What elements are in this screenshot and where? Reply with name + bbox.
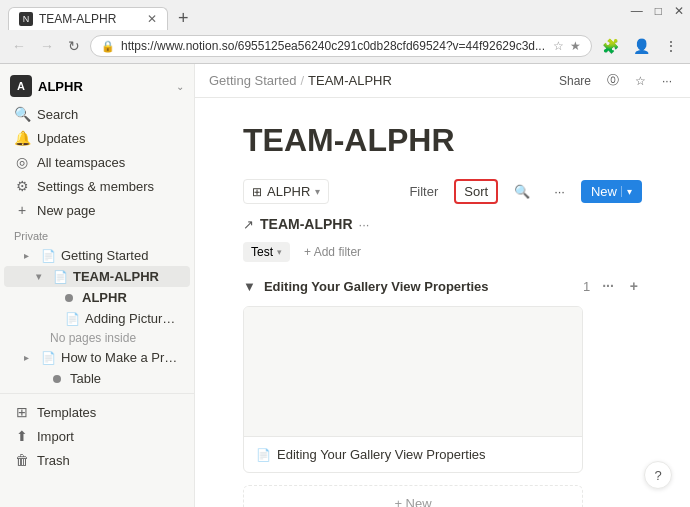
team-alphr-label: TEAM-ALPHR [73, 269, 180, 284]
card-title: Editing Your Gallery View Properties [277, 447, 486, 462]
filter-tag-test[interactable]: Test ▾ [243, 242, 290, 262]
maximize-button[interactable]: □ [649, 4, 668, 18]
tab-close-button[interactable]: ✕ [147, 12, 157, 26]
breadcrumb-parent[interactable]: Getting Started [209, 73, 296, 88]
active-tab[interactable]: N TEAM-ALPHR ✕ [8, 7, 168, 30]
tree-item-alphr[interactable]: ALPHR [4, 287, 190, 308]
sidebar-item-search[interactable]: 🔍 Search [4, 102, 190, 126]
profile-button[interactable]: 👤 [629, 36, 654, 56]
import-icon: ⬆ [14, 428, 30, 444]
sidebar-item-trash[interactable]: 🗑 Trash [4, 448, 190, 472]
breadcrumb: Getting Started / TEAM-ALPHR [209, 73, 547, 88]
teamspaces-icon: ◎ [14, 154, 30, 170]
gallery-count: 1 [583, 279, 590, 294]
templates-icon: ⊞ [14, 404, 30, 420]
record-title[interactable]: TEAM-ALPHR [260, 216, 353, 232]
sidebar-settings-label: Settings & members [37, 179, 180, 194]
add-filter-button[interactable]: + Add filter [298, 242, 367, 262]
table-label: Table [70, 371, 180, 386]
filter-tag-label: Test [251, 245, 273, 259]
team-alphr-chevron-icon: ▾ [36, 271, 48, 282]
gallery-more-icon[interactable]: ··· [598, 276, 618, 296]
no-pages-label: No pages inside [0, 329, 194, 347]
search-db-button[interactable]: 🔍 [506, 180, 538, 203]
sidebar-item-templates[interactable]: ⊞ Templates [4, 400, 190, 424]
filter-button[interactable]: Filter [401, 180, 446, 203]
adding-pictures-label: Adding Pictures to Yo... [85, 311, 180, 326]
tree-item-adding-pictures[interactable]: 📄 Adding Pictures to Yo... [4, 308, 190, 329]
topbar-more-icon[interactable]: ··· [658, 72, 676, 90]
new-row-button[interactable]: + New [243, 485, 583, 507]
sort-button[interactable]: Sort [454, 179, 498, 204]
updates-icon: 🔔 [14, 130, 30, 146]
star-icon[interactable]: ☆ [631, 72, 650, 90]
extensions-button[interactable]: 🧩 [598, 36, 623, 56]
sidebar-item-teamspaces[interactable]: ◎ All teamspaces [4, 150, 190, 174]
sidebar: A ALPHR ⌄ 🔍 Search 🔔 Updates ◎ All teams… [0, 64, 195, 507]
reload-button[interactable]: ↻ [64, 36, 84, 56]
tree-item-getting-started[interactable]: ▸ 📄 Getting Started [4, 245, 190, 266]
sidebar-item-settings[interactable]: ⚙ Settings & members [4, 174, 190, 198]
db-more-button[interactable]: ··· [546, 180, 573, 203]
gallery-collapse-icon[interactable]: ▼ [243, 279, 256, 294]
page-content: TEAM-ALPHR ⊞ ALPHR ▾ Filter Sort 🔍 ··· N… [195, 98, 690, 507]
url-bar[interactable]: 🔒 https://www.notion.so/6955125ea56240c2… [90, 35, 592, 57]
forward-button[interactable]: → [36, 36, 58, 56]
filter-tag-chevron-icon: ▾ [277, 247, 282, 257]
db-view-button[interactable]: ⊞ ALPHR ▾ [243, 179, 329, 204]
sidebar-teamspaces-label: All teamspaces [37, 155, 180, 170]
card-page-icon: 📄 [256, 448, 271, 462]
back-button[interactable]: ← [8, 36, 30, 56]
address-bar: ← → ↻ 🔒 https://www.notion.so/6955125ea5… [0, 31, 690, 63]
tree-item-table[interactable]: Table [4, 368, 190, 389]
share-button[interactable]: Share [555, 72, 595, 90]
lock-icon: 🔒 [101, 40, 115, 53]
tab-title: TEAM-ALPHR [39, 12, 141, 26]
url-text: https://www.notion.so/6955125ea56240c291… [121, 39, 547, 53]
record-more-icon[interactable]: ··· [359, 217, 370, 232]
table-dot-icon [53, 375, 61, 383]
extension-icon[interactable]: ★ [570, 39, 581, 53]
help-button[interactable]: ? [644, 461, 672, 489]
close-button[interactable]: ✕ [668, 4, 690, 18]
minimize-button[interactable]: — [625, 4, 649, 18]
tab-bar: N TEAM-ALPHR ✕ + — □ ✕ [0, 0, 690, 31]
gallery-add-icon[interactable]: + [626, 276, 642, 296]
workspace-chevron-icon: ⌄ [176, 81, 184, 92]
topbar: Getting Started / TEAM-ALPHR Share ⓪ ☆ ·… [195, 64, 690, 98]
new-tab-button[interactable]: + [172, 6, 195, 31]
sidebar-import-label: Import [37, 429, 180, 444]
how-to-make-page-icon: 📄 [41, 351, 56, 365]
breadcrumb-current: TEAM-ALPHR [308, 73, 392, 88]
page-title: TEAM-ALPHR [243, 122, 642, 159]
newpage-icon: + [14, 202, 30, 218]
help-icon[interactable]: ⓪ [603, 70, 623, 91]
app: A ALPHR ⌄ 🔍 Search 🔔 Updates ◎ All teams… [0, 64, 690, 507]
gallery-view-icon: ⊞ [252, 185, 262, 199]
db-view-chevron-icon: ▾ [315, 186, 320, 197]
gallery-card-image [244, 307, 582, 437]
sidebar-item-newpage[interactable]: + New page [4, 198, 190, 222]
sidebar-templates-label: Templates [37, 405, 180, 420]
sidebar-newpage-label: New page [37, 203, 180, 218]
workspace-switcher[interactable]: A ALPHR ⌄ [0, 70, 194, 102]
tree-item-how-to-make[interactable]: ▸ 📄 How to Make a Progres... [4, 347, 190, 368]
trash-icon: 🗑 [14, 452, 30, 468]
new-button[interactable]: New ▾ [581, 180, 642, 203]
workspace-name: ALPHR [38, 79, 170, 94]
filter-bar: Test ▾ + Add filter [243, 242, 642, 262]
browser-more-button[interactable]: ⋮ [660, 36, 682, 56]
tree-item-team-alphr[interactable]: ▾ 📄 TEAM-ALPHR [4, 266, 190, 287]
sidebar-item-updates[interactable]: 🔔 Updates [4, 126, 190, 150]
record-title-row: ↗ TEAM-ALPHR ··· [243, 216, 642, 232]
bookmark-icon[interactable]: ☆ [553, 39, 564, 53]
alphr-label: ALPHR [82, 290, 180, 305]
sidebar-item-import[interactable]: ⬆ Import [4, 424, 190, 448]
sidebar-search-label: Search [37, 107, 180, 122]
workspace-icon: A [10, 75, 32, 97]
how-to-make-label: How to Make a Progres... [61, 350, 180, 365]
gallery-card-footer: 📄 Editing Your Gallery View Properties [244, 437, 582, 472]
new-button-label: New [591, 184, 617, 199]
gallery-card[interactable]: 📄 Editing Your Gallery View Properties [243, 306, 583, 473]
record-arrow-icon: ↗ [243, 217, 254, 232]
